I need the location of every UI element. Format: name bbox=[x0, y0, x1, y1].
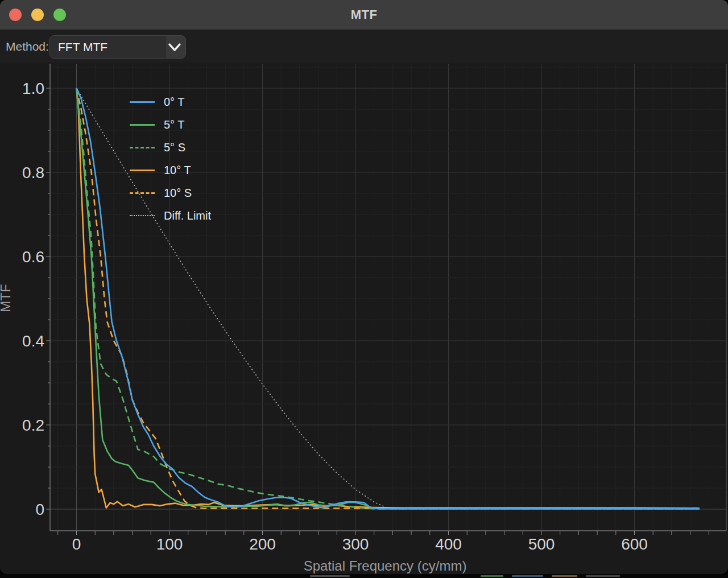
zoom-button[interactable] bbox=[53, 9, 66, 21]
legend-item: 10° T bbox=[130, 159, 211, 181]
legend-item: 5° S bbox=[130, 136, 211, 159]
legend-label: 10° S bbox=[164, 187, 192, 200]
legend-label: 5° S bbox=[164, 141, 185, 154]
toolbar: Method: FFT MTF bbox=[0, 30, 728, 63]
minimize-button[interactable] bbox=[31, 9, 44, 21]
mtf-window: 010020030040050060000.20.40.60.81.0Spati… bbox=[0, 0, 728, 574]
x-tick-label: 0 bbox=[72, 535, 81, 553]
legend-swatch-solid bbox=[130, 170, 155, 171]
chart-legend: 0° T5° T5° S10° T10° SDiff. Limit bbox=[130, 90, 211, 227]
background-app-sliver bbox=[0, 574, 728, 578]
traffic-lights bbox=[9, 9, 66, 21]
x-tick-label: 300 bbox=[342, 535, 369, 553]
legend-item: Diff. Limit bbox=[130, 204, 211, 227]
y-axis-title: MTF bbox=[0, 284, 13, 312]
tick-labels: 010020030040050060000.20.40.60.81.0 bbox=[22, 80, 648, 553]
legend-label: 0° T bbox=[164, 96, 185, 109]
legend-swatch-dotted bbox=[130, 215, 155, 216]
x-tick-label: 100 bbox=[156, 535, 183, 553]
legend-label: 10° T bbox=[164, 164, 191, 177]
chevron-down-icon bbox=[167, 40, 183, 54]
legend-swatch-solid bbox=[130, 101, 155, 103]
method-dropdown[interactable]: FFT MTF bbox=[49, 35, 186, 59]
title-bar: MTF bbox=[0, 0, 728, 30]
method-dropdown-value: FFT MTF bbox=[58, 36, 107, 58]
y-tick-label: 1.0 bbox=[22, 80, 44, 97]
x-tick-label: 400 bbox=[435, 535, 462, 553]
x-tick-label: 200 bbox=[249, 535, 276, 553]
legend-label: 5° T bbox=[164, 118, 185, 131]
legend-label: Diff. Limit bbox=[164, 209, 211, 222]
method-label: Method: bbox=[6, 30, 49, 63]
legend-swatch-dashed bbox=[130, 192, 155, 194]
legend-item: 10° S bbox=[130, 181, 211, 204]
legend-item: 0° T bbox=[130, 90, 211, 113]
y-tick-label: 0.4 bbox=[22, 332, 44, 350]
x-tick-label: 600 bbox=[621, 535, 648, 553]
window-title: MTF bbox=[0, 0, 728, 30]
legend-swatch-dashed bbox=[130, 147, 155, 148]
legend-item: 5° T bbox=[130, 113, 211, 136]
y-tick-label: 0 bbox=[35, 501, 44, 518]
y-tick-label: 0.8 bbox=[22, 164, 44, 181]
x-axis-title: Spatial Frequency (cy/mm) bbox=[304, 558, 467, 573]
x-tick-label: 500 bbox=[528, 535, 555, 553]
mtf-chart: 010020030040050060000.20.40.60.81.0Spati… bbox=[0, 0, 728, 574]
close-button[interactable] bbox=[9, 9, 22, 21]
y-tick-label: 0.6 bbox=[22, 248, 44, 266]
y-tick-label: 0.2 bbox=[22, 416, 44, 434]
legend-swatch-solid bbox=[130, 124, 155, 126]
